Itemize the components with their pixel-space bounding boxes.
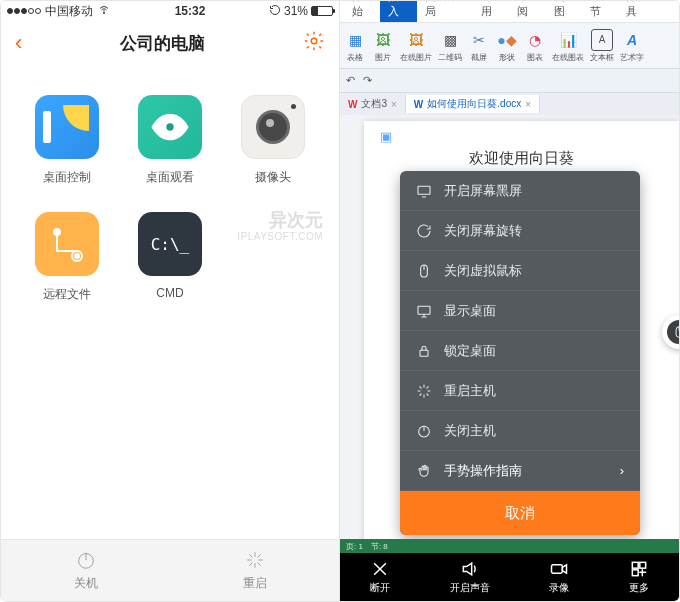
speaker-icon <box>460 559 480 579</box>
svg-point-0 <box>104 12 105 13</box>
battery-percent: 31% <box>284 4 308 18</box>
toolbar-audio[interactable]: 开启声音 <box>450 559 490 595</box>
ribbon-tab-layout[interactable]: 页面布局 <box>417 0 474 22</box>
svg-point-1 <box>311 38 317 44</box>
hand-icon <box>416 463 432 479</box>
ribbon-wordart[interactable]: A艺术字 <box>620 29 644 63</box>
svg-rect-37 <box>640 562 646 568</box>
document-tabs: W文档3× W如何使用向日葵.docx× <box>340 93 679 115</box>
svg-rect-38 <box>632 570 638 576</box>
ribbon-tab-insert[interactable]: 插入 <box>380 0 416 22</box>
svg-line-12 <box>249 555 252 558</box>
menu-lock-desktop[interactable]: 锁定桌面 <box>400 331 640 371</box>
svg-line-14 <box>249 563 252 566</box>
menu-shutdown-host[interactable]: 关闭主机 <box>400 411 640 451</box>
monitor-icon <box>416 183 432 199</box>
carrier-label: 中国移动 <box>45 3 93 20</box>
redo-icon[interactable]: ↷ <box>363 74 372 87</box>
svg-rect-36 <box>632 562 638 568</box>
ribbon-shapes[interactable]: ●◆形状 <box>496 29 518 63</box>
desktop-control-icon <box>35 95 99 159</box>
ribbon-tab-dev[interactable]: 开发工具 <box>618 0 675 22</box>
ribbon-tab-review[interactable]: 审阅 <box>509 0 545 22</box>
more-icon <box>629 559 649 579</box>
ribbon-tabs: 开始 插入 页面布局 引用 审阅 视图 章节 开发工具 <box>340 1 679 23</box>
anchor-icon: ▣ <box>380 129 392 144</box>
settings-button[interactable] <box>303 30 325 57</box>
refresh-indicator-icon <box>269 4 281 19</box>
ribbon-table[interactable]: ▦表格 <box>344 29 366 63</box>
svg-point-2 <box>165 122 176 133</box>
ribbon-chart[interactable]: ◔图表 <box>524 29 546 63</box>
tile-cmd[interactable]: C:\_ CMD <box>124 212 217 303</box>
menu-rotation[interactable]: 关闭屏幕旋转 <box>400 211 640 251</box>
tile-desktop-view[interactable]: 桌面观看 <box>124 95 217 186</box>
battery-icon <box>311 6 333 16</box>
document-heading: 欢迎使用向日葵 <box>380 149 663 168</box>
restart-icon <box>244 549 266 571</box>
doc-tab-2[interactable]: W如何使用向日葵.docx× <box>406 95 540 113</box>
bottom-tab-bar: 关机 重启 <box>1 539 339 601</box>
shutdown-tab[interactable]: 关机 <box>1 540 170 601</box>
toolbar-record[interactable]: 录像 <box>549 559 569 595</box>
menu-cancel-button[interactable]: 取消 <box>400 491 640 535</box>
back-button[interactable]: ‹ <box>15 30 22 56</box>
ribbon-tab-view[interactable]: 视图 <box>546 0 582 22</box>
undo-icon[interactable]: ↶ <box>346 74 355 87</box>
tile-remote-files[interactable]: 远程文件 <box>21 212 114 303</box>
svg-line-13 <box>257 563 260 566</box>
svg-line-25 <box>420 386 421 387</box>
menu-restart-host[interactable]: 重启主机 <box>400 371 640 411</box>
svg-point-5 <box>75 254 79 258</box>
svg-line-28 <box>427 386 428 387</box>
mouse-icon <box>416 263 432 279</box>
lock-icon <box>416 343 432 359</box>
loading-icon <box>416 383 432 399</box>
ribbon-body: ▦表格 🖼图片 🖼在线图片 ▩二维码 ✂截屏 ●◆形状 ◔图表 📊在线图表 A文… <box>340 23 679 69</box>
document-area: ▣ 欢迎使用向日葵 开启屏幕黑屏 关闭屏幕旋转 关闭虚拟鼠标 显示桌面 锁定桌面… <box>340 115 679 539</box>
ribbon-online-image[interactable]: 🖼在线图片 <box>400 29 432 63</box>
remote-status-strip: 页: 1 节: 8 <box>340 539 679 553</box>
power-icon <box>75 549 97 571</box>
eye-icon <box>138 95 202 159</box>
ribbon-qrcode[interactable]: ▩二维码 <box>438 29 462 63</box>
svg-line-26 <box>427 393 428 394</box>
x-icon <box>370 559 390 579</box>
doc-tab-1[interactable]: W文档3× <box>340 95 406 113</box>
clock: 15:32 <box>111 4 269 18</box>
toolbar-more[interactable]: 更多 <box>629 559 649 595</box>
signal-strength-icon <box>7 8 41 14</box>
svg-rect-19 <box>418 306 430 314</box>
svg-rect-16 <box>418 186 430 194</box>
remote-toolbar: 断开 开启声音 录像 更多 <box>340 553 679 601</box>
menu-black-screen[interactable]: 开启屏幕黑屏 <box>400 171 640 211</box>
menu-virtual-mouse[interactable]: 关闭虚拟鼠标 <box>400 251 640 291</box>
ribbon-tab-ref[interactable]: 引用 <box>473 0 509 22</box>
tile-camera[interactable]: 摄像头 <box>226 95 319 186</box>
close-icon[interactable]: × <box>525 99 531 110</box>
desktop-icon <box>416 303 432 319</box>
ribbon-tab-start[interactable]: 开始 <box>344 0 380 22</box>
rotate-icon <box>416 223 432 239</box>
control-menu: 开启屏幕黑屏 关闭屏幕旋转 关闭虚拟鼠标 显示桌面 锁定桌面 重启主机 关闭主机… <box>400 171 640 535</box>
toolbar-disconnect[interactable]: 断开 <box>370 559 390 595</box>
video-icon <box>549 559 569 579</box>
ribbon-tab-chapter[interactable]: 章节 <box>582 0 618 22</box>
word-icon: W <box>414 99 423 110</box>
svg-line-15 <box>257 555 260 558</box>
svg-rect-35 <box>552 565 563 573</box>
ribbon-screenshot[interactable]: ✂截屏 <box>468 29 490 63</box>
menu-show-desktop[interactable]: 显示桌面 <box>400 291 640 331</box>
tile-desktop-control[interactable]: 桌面控制 <box>21 95 114 186</box>
cmd-icon: C:\_ <box>138 212 202 276</box>
ribbon-online-chart[interactable]: 📊在线图表 <box>552 29 584 63</box>
wps-icon: W <box>348 99 357 110</box>
ribbon-image[interactable]: 🖼图片 <box>372 29 394 63</box>
close-icon[interactable]: × <box>391 99 397 110</box>
mouse-icon <box>672 325 679 339</box>
ribbon-textbox[interactable]: A文本框 <box>590 29 614 63</box>
camera-icon <box>241 95 305 159</box>
phone-app-screen: 中国移动 15:32 31% ‹ 公司的电脑 桌面控制 <box>1 1 340 601</box>
menu-gesture-guide[interactable]: 手势操作指南› <box>400 451 640 491</box>
restart-tab[interactable]: 重启 <box>170 540 339 601</box>
